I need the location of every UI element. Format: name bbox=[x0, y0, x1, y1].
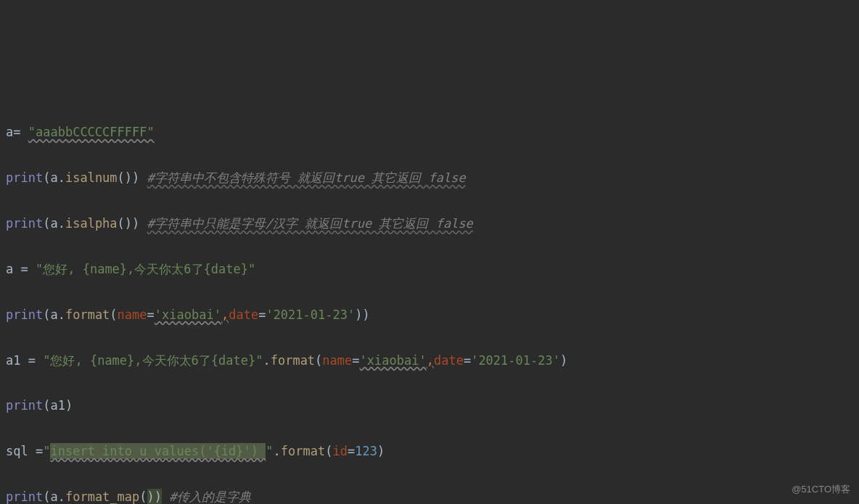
code-line-6: a1 = "您好, {name},今天你太6了{date}".format(na… bbox=[6, 350, 853, 372]
code-line-3: print(a.isalpha()) #字符串中只能是字母/汉字 就返回true… bbox=[6, 212, 853, 235]
code-line-9: print(a.format_map()) #传入的是字典 bbox=[6, 486, 853, 504]
code-line-7: print(a1) bbox=[6, 394, 853, 417]
code-line-8: sql ="insert into u values('{id}') ".for… bbox=[6, 440, 853, 463]
watermark: @51CTO博客 bbox=[792, 481, 850, 498]
code-line-5: print(a.format(name='xiaobai',date='2021… bbox=[6, 304, 853, 326]
code-line-1: a= "aaabbCCCCCFFFFF" bbox=[6, 121, 853, 144]
code-line-2: print(a.isalnum()) #字符串中不包含特殊符号 就返回true … bbox=[6, 167, 853, 189]
code-editor: a= "aaabbCCCCCFFFFF" print(a.isalnum()) … bbox=[6, 99, 853, 504]
code-line-4: a = "您好, {name},今天你太6了{date}" bbox=[6, 258, 853, 281]
